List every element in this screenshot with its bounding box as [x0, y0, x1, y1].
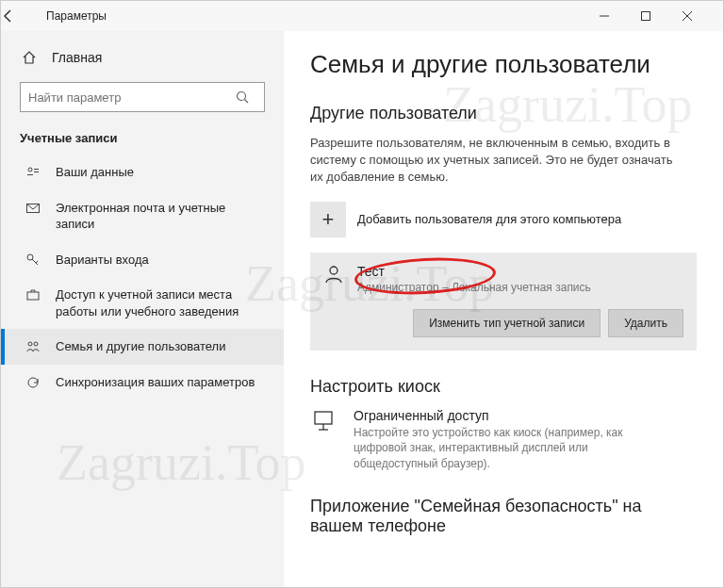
- mail-icon: [24, 201, 42, 216]
- kiosk-title: Ограниченный доступ: [354, 408, 655, 423]
- sidebar-section-title: Учетные записи: [1, 125, 284, 155]
- home-label: Главная: [52, 50, 102, 65]
- svg-line-5: [245, 100, 249, 104]
- svg-point-6: [28, 168, 32, 172]
- user-card[interactable]: Тест Администратор – Локальная учетная з…: [310, 253, 697, 351]
- plus-icon: +: [310, 202, 346, 237]
- sidebar-item-family[interactable]: Семья и другие пользователи: [1, 329, 284, 365]
- svg-point-17: [330, 267, 337, 274]
- sidebar-item-signin[interactable]: Варианты входа: [1, 242, 284, 278]
- svg-point-16: [34, 342, 38, 346]
- people-icon: [24, 339, 42, 354]
- sidebar-item-sync[interactable]: Синхронизация ваших параметров: [1, 365, 284, 400]
- kiosk-desc: Настройте это устройство как киоск (напр…: [354, 425, 655, 472]
- sidebar-item-work[interactable]: Доступ к учетной записи места работы или…: [1, 277, 284, 329]
- search-box[interactable]: [20, 82, 265, 112]
- search-input[interactable]: [21, 90, 236, 105]
- sidebar-item-label: Ваши данные: [56, 164, 265, 181]
- page-title: Семья и другие пользователи: [310, 50, 697, 79]
- svg-point-4: [238, 92, 246, 101]
- kiosk-heading: Настроить киоск: [310, 377, 697, 397]
- other-users-heading: Другие пользователи: [310, 104, 697, 123]
- svg-rect-8: [34, 172, 39, 172]
- sidebar-item-label: Семья и другие пользователи: [56, 338, 265, 355]
- sidebar-nav: Ваши данные Электронная почта и учетные …: [1, 155, 284, 400]
- svg-rect-9: [27, 174, 33, 175]
- svg-line-13: [36, 261, 38, 263]
- svg-rect-18: [315, 412, 332, 424]
- svg-point-15: [28, 342, 32, 346]
- sidebar-item-label: Варианты входа: [56, 252, 265, 269]
- delete-user-button[interactable]: Удалить: [608, 309, 683, 337]
- sidebar: Главная Учетные записи Ваши данные: [1, 31, 284, 587]
- close-button[interactable]: [682, 10, 723, 22]
- svg-rect-1: [642, 12, 650, 21]
- other-users-desc: Разрешите пользователям, не включенным в…: [310, 135, 687, 187]
- briefcase-icon: [24, 287, 42, 302]
- person-card-icon: [24, 165, 42, 180]
- settings-window: Параметры Главная Уче: [0, 0, 724, 588]
- app-heading: Приложение "Семейная безопасность" на ва…: [310, 497, 697, 536]
- back-button[interactable]: [1, 8, 42, 24]
- add-user-button[interactable]: + Добавить пользователя для этого компью…: [310, 202, 697, 237]
- titlebar: Параметры: [1, 1, 723, 31]
- sidebar-item-label: Синхронизация ваших параметров: [56, 374, 265, 391]
- home-button[interactable]: Главная: [1, 42, 284, 73]
- sidebar-item-your-info[interactable]: Ваши данные: [1, 155, 284, 190]
- svg-rect-7: [34, 169, 39, 170]
- home-icon: [20, 50, 39, 65]
- maximize-button[interactable]: [640, 10, 682, 22]
- svg-rect-14: [27, 292, 39, 300]
- add-user-label: Добавить пользователя для этого компьюте…: [357, 212, 621, 226]
- change-account-type-button[interactable]: Изменить тип учетной записи: [413, 309, 601, 337]
- minimize-button[interactable]: [599, 10, 640, 22]
- sync-icon: [24, 375, 42, 390]
- sidebar-item-email[interactable]: Электронная почта и учетные записи: [1, 190, 284, 242]
- search-icon: [236, 90, 264, 104]
- user-type: Администратор – Локальная учетная запись: [357, 281, 591, 294]
- person-icon: [323, 264, 348, 285]
- content-pane: Семья и другие пользователи Другие польз…: [284, 31, 723, 587]
- sidebar-item-label: Доступ к учетной записи места работы или…: [56, 286, 265, 319]
- key-icon: [24, 253, 42, 268]
- user-name: Тест: [357, 264, 591, 279]
- kiosk-button[interactable]: Ограниченный доступ Настройте это устрой…: [310, 408, 697, 472]
- kiosk-icon: [310, 408, 340, 434]
- window-title: Параметры: [42, 9, 107, 23]
- sidebar-item-label: Электронная почта и учетные записи: [56, 200, 265, 233]
